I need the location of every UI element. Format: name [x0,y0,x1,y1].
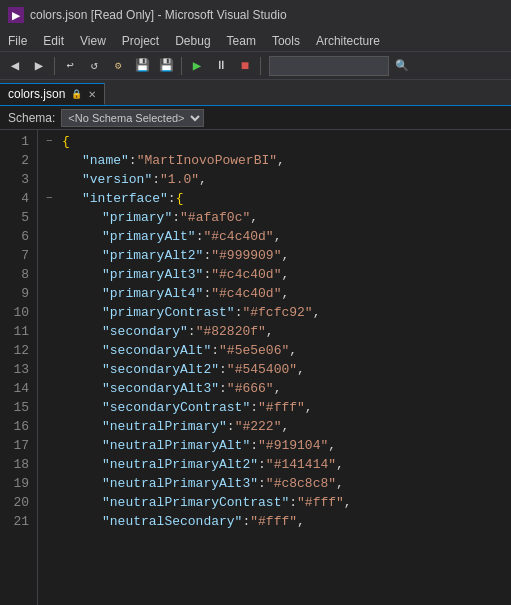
code-line: "secondaryAlt":"#5e5e06", [46,341,511,360]
undo-button[interactable]: ↩ [59,55,81,77]
menu-item-team[interactable]: Team [219,30,264,51]
save-all-button[interactable]: 💾 [155,55,177,77]
json-string: "#666" [227,379,274,398]
code-line: "neutralPrimary":"#222", [46,417,511,436]
schema-label: Schema: [8,111,55,125]
json-colon: : [235,303,243,322]
menu-bar: FileEditViewProjectDebugTeamToolsArchite… [0,30,511,52]
json-comma: , [199,170,207,189]
json-string: "#c4c40d" [203,227,273,246]
menu-item-project[interactable]: Project [114,30,167,51]
json-comma: , [274,227,282,246]
json-comma: , [289,341,297,360]
json-string: "#fff" [297,493,344,512]
json-string: "1.0" [160,170,199,189]
tab-label: colors.json [8,87,65,101]
lock-icon: 🔒 [71,89,82,99]
save-button[interactable]: 💾 [131,55,153,77]
json-key: "primaryAlt" [102,227,196,246]
code-line: "name":"MartInovoPowerBI", [46,151,511,170]
json-colon: : [203,284,211,303]
json-string: "#afaf0c" [180,208,250,227]
pause-button[interactable]: ⏸ [210,55,232,77]
start-button[interactable]: ▶ [186,55,208,77]
json-key: "secondaryAlt2" [102,360,219,379]
code-line: "neutralPrimaryAlt2":"#141414", [46,455,511,474]
json-string: "MartInovoPowerBI" [137,151,277,170]
code-area[interactable]: −{"name":"MartInovoPowerBI","version":"1… [38,130,511,605]
json-string: "#141414" [266,455,336,474]
code-line: "primaryAlt2":"#999909", [46,246,511,265]
toolbar: ◀ ▶ ↩ ↺ ⚙ 💾 💾 ▶ ⏸ ■ 🔍 [0,52,511,80]
search-button[interactable]: 🔍 [391,55,413,77]
json-key: "neutralPrimaryContrast" [102,493,289,512]
code-line: "secondary":"#82820f", [46,322,511,341]
json-string: "#999909" [211,246,281,265]
json-colon: : [250,436,258,455]
code-line: "primaryAlt":"#c4c40d", [46,227,511,246]
line-numbers: 123456789101112131415161718192021 [0,130,38,605]
title-bar: ▶ colors.json [Read Only] - Microsoft Vi… [0,0,511,30]
code-line: "secondaryContrast":"#fff", [46,398,511,417]
toolbar-search-input[interactable] [269,56,389,76]
json-colon: : [211,341,219,360]
menu-item-debug[interactable]: Debug [167,30,218,51]
code-line: "secondaryAlt3":"#666", [46,379,511,398]
json-colon: : [219,379,227,398]
code-line: −{ [46,132,511,151]
forward-button[interactable]: ▶ [28,55,50,77]
json-colon: : [250,398,258,417]
line-number: 6 [8,227,29,246]
json-comma: , [336,455,344,474]
json-comma: , [277,151,285,170]
json-key: "neutralPrimaryAlt" [102,436,250,455]
line-number: 17 [8,436,29,455]
menu-item-file[interactable]: File [0,30,35,51]
toolbar-separator-1 [54,57,55,75]
line-number: 12 [8,341,29,360]
fold-indicator[interactable]: − [46,189,58,208]
tab-close-button[interactable]: ✕ [88,89,96,100]
line-number: 9 [8,284,29,303]
back-button[interactable]: ◀ [4,55,26,77]
json-colon: : [168,189,176,208]
code-line: "version":"1.0", [46,170,511,189]
json-comma: , [281,417,289,436]
line-number: 19 [8,474,29,493]
json-colon: : [196,227,204,246]
code-line: "neutralPrimaryAlt3":"#c8c8c8", [46,474,511,493]
line-number: 21 [8,512,29,531]
json-brace: { [176,189,184,208]
json-string: "#c8c8c8" [266,474,336,493]
json-comma: , [305,398,313,417]
code-line: "primaryAlt4":"#c4c40d", [46,284,511,303]
menu-item-view[interactable]: View [72,30,114,51]
schema-select[interactable]: <No Schema Selected> [61,109,204,127]
menu-item-tools[interactable]: Tools [264,30,308,51]
menu-item-edit[interactable]: Edit [35,30,72,51]
line-number: 4 [8,189,29,208]
json-key: "primaryAlt2" [102,246,203,265]
tab-bar: colors.json 🔒 ✕ [0,80,511,106]
json-colon: : [289,493,297,512]
code-line: "secondaryAlt2":"#545400", [46,360,511,379]
json-key: "secondary" [102,322,188,341]
fold-indicator[interactable]: − [46,132,58,151]
code-line: "primaryContrast":"#fcfc92", [46,303,511,322]
stop-button[interactable]: ■ [234,55,256,77]
code-line: −"interface":{ [46,189,511,208]
json-key: "neutralSecondary" [102,512,242,531]
json-colon: : [129,151,137,170]
refresh-button[interactable]: ↺ [83,55,105,77]
json-colon: : [227,417,235,436]
code-line: "neutralSecondary":"#fff", [46,512,511,531]
build-icon[interactable]: ⚙ [107,55,129,77]
json-comma: , [328,436,336,455]
json-string: "#222" [235,417,282,436]
code-line: "primaryAlt3":"#c4c40d", [46,265,511,284]
menu-item-architecture[interactable]: Architecture [308,30,388,51]
json-colon: : [172,208,180,227]
json-key: "interface" [82,189,168,208]
tab-colors-json[interactable]: colors.json 🔒 ✕ [0,83,105,105]
line-number: 13 [8,360,29,379]
